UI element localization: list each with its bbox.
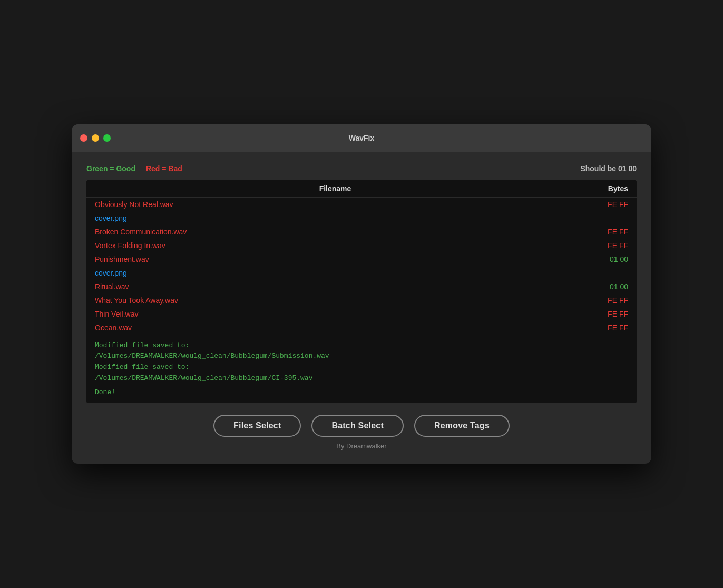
- traffic-lights: [80, 134, 111, 142]
- row-filename: Ritual.wav: [95, 282, 575, 291]
- row-bytes: FE FF: [575, 296, 628, 305]
- row-bytes: FE FF: [575, 310, 628, 318]
- main-content: Green = Good Red = Bad Should be 01 00 F…: [72, 152, 651, 464]
- legend-row: Green = Good Red = Bad Should be 01 00: [86, 164, 637, 173]
- row-filename: What You Took Away.wav: [95, 296, 575, 305]
- table-row: Punishment.wav01 00: [86, 252, 637, 266]
- row-filename: cover.png: [95, 269, 575, 277]
- app-window: WavFix Green = Good Red = Bad Should be …: [72, 124, 651, 464]
- legend-left: Green = Good Red = Bad: [86, 164, 182, 173]
- log-done: Done!: [95, 387, 628, 398]
- log-lines: Modified file saved to:/Volumes/DREAMWAL…: [95, 340, 628, 384]
- log-line: Modified file saved to:: [95, 340, 628, 351]
- log-line: Modified file saved to:: [95, 362, 628, 373]
- buttons-row: Files Select Batch Select Remove Tags: [86, 415, 637, 437]
- row-bytes: FE FF: [575, 200, 628, 209]
- row-filename: Ocean.wav: [95, 324, 575, 332]
- row-filename: Thin Veil.wav: [95, 310, 575, 318]
- table-row: Thin Veil.wavFE FF: [86, 307, 637, 321]
- table-row: What You Took Away.wavFE FF: [86, 293, 637, 307]
- table-row: cover.png: [86, 211, 637, 225]
- maximize-button[interactable]: [103, 134, 111, 142]
- log-line: /Volumes/DREAMWALKER/woulg_clean/Bubbleg…: [95, 373, 628, 384]
- table-row: Obviously Not Real.wavFE FF: [86, 198, 637, 211]
- legend-red: Red = Bad: [146, 164, 182, 173]
- row-filename: Vortex Folding In.wav: [95, 241, 575, 250]
- table-header: Filename Bytes: [86, 180, 637, 198]
- row-filename: Broken Communication.wav: [95, 228, 575, 236]
- table-body: Obviously Not Real.wavFE FFcover.pngBrok…: [86, 198, 637, 335]
- table-row: Vortex Folding In.wavFE FF: [86, 239, 637, 252]
- close-button[interactable]: [80, 134, 87, 142]
- row-bytes: [575, 214, 628, 222]
- remove-tags-button[interactable]: Remove Tags: [414, 415, 510, 437]
- files-select-button[interactable]: Files Select: [213, 415, 301, 437]
- log-line: /Volumes/DREAMWALKER/woulg_clean/Bubbleg…: [95, 351, 628, 362]
- table-row: Broken Communication.wavFE FF: [86, 225, 637, 239]
- minimize-button[interactable]: [92, 134, 99, 142]
- row-bytes: 01 00: [575, 282, 628, 291]
- row-bytes: FE FF: [575, 241, 628, 250]
- col-header-bytes: Bytes: [575, 184, 628, 193]
- col-header-filename: Filename: [95, 184, 575, 193]
- legend-should-be: Should be 01 00: [580, 164, 637, 173]
- window-title: WavFix: [349, 134, 375, 142]
- batch-select-button[interactable]: Batch Select: [311, 415, 403, 437]
- row-filename: Punishment.wav: [95, 255, 575, 263]
- row-filename: cover.png: [95, 214, 575, 222]
- footer-credit: By Dreamwalker: [86, 442, 637, 450]
- file-table: Filename Bytes Obviously Not Real.wavFE …: [86, 180, 637, 404]
- row-bytes: FE FF: [575, 228, 628, 236]
- log-area: Modified file saved to:/Volumes/DREAMWAL…: [86, 335, 637, 404]
- titlebar: WavFix: [72, 124, 651, 152]
- table-row: Ritual.wav01 00: [86, 280, 637, 293]
- legend-green: Green = Good: [86, 164, 135, 173]
- table-row: cover.png: [86, 266, 637, 280]
- row-bytes: 01 00: [575, 255, 628, 263]
- row-bytes: FE FF: [575, 324, 628, 332]
- row-bytes: [575, 269, 628, 277]
- table-row: Ocean.wavFE FF: [86, 321, 637, 335]
- row-filename: Obviously Not Real.wav: [95, 200, 575, 209]
